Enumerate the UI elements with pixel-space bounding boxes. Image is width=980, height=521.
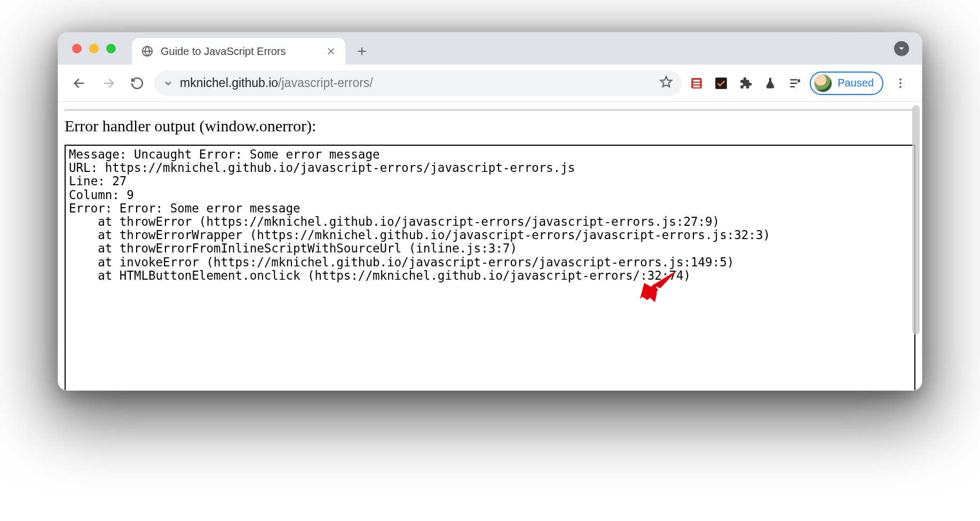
zoom-window-button[interactable] (106, 44, 116, 53)
address-bar[interactable]: mknichel.github.io/javascript-errors/ (154, 70, 682, 96)
labs-button[interactable] (761, 74, 780, 93)
tab-search-button[interactable] (894, 41, 909, 56)
svg-point-7 (899, 82, 902, 84)
bookmark-button[interactable] (659, 75, 673, 92)
close-window-button[interactable] (72, 44, 82, 53)
tab-strip: Guide to JavaScript Errors (58, 33, 922, 65)
svg-rect-2 (693, 80, 700, 81)
browser-window: Guide to JavaScript Errors (58, 32, 922, 391)
page-viewport: Error handler output (window.onerror): M… (58, 102, 922, 390)
url-path: /javascript-errors/ (278, 76, 373, 90)
svg-point-8 (899, 86, 902, 88)
new-tab-button[interactable] (351, 40, 373, 62)
vertical-scrollbar[interactable] (912, 105, 920, 335)
back-button[interactable] (68, 72, 91, 95)
extension-icon[interactable] (712, 74, 731, 93)
profile-chip[interactable]: Paused (810, 72, 883, 95)
divider (65, 109, 915, 110)
browser-tab[interactable]: Guide to JavaScript Errors (132, 38, 345, 65)
browser-toolbar: mknichel.github.io/javascript-errors/ (58, 65, 922, 102)
reload-button[interactable] (125, 72, 149, 95)
globe-icon (141, 45, 153, 57)
minimize-window-button[interactable] (89, 44, 99, 53)
svg-point-6 (899, 78, 902, 81)
page-content: Error handler output (window.onerror): M… (58, 102, 922, 390)
close-tab-button[interactable] (326, 46, 336, 56)
svg-rect-3 (693, 82, 700, 84)
extensions-button[interactable] (736, 74, 755, 93)
url-host: mknichel.github.io (180, 76, 278, 90)
site-info-button[interactable] (163, 78, 173, 89)
window-controls (69, 33, 132, 65)
svg-rect-4 (693, 85, 700, 87)
profile-status: Paused (837, 77, 874, 89)
section-heading: Error handler output (window.onerror): (65, 117, 915, 135)
forward-button[interactable] (97, 72, 120, 95)
extension-icon[interactable] (687, 74, 706, 93)
svg-rect-5 (715, 77, 727, 89)
reading-list-button[interactable] (785, 74, 804, 93)
tab-title: Guide to JavaScript Errors (161, 45, 319, 58)
error-output-box: Message: Uncaught Error: Some error mess… (65, 145, 915, 390)
avatar-icon (814, 74, 832, 92)
url-text: mknichel.github.io/javascript-errors/ (180, 76, 653, 90)
chrome-menu-button[interactable] (889, 72, 912, 95)
